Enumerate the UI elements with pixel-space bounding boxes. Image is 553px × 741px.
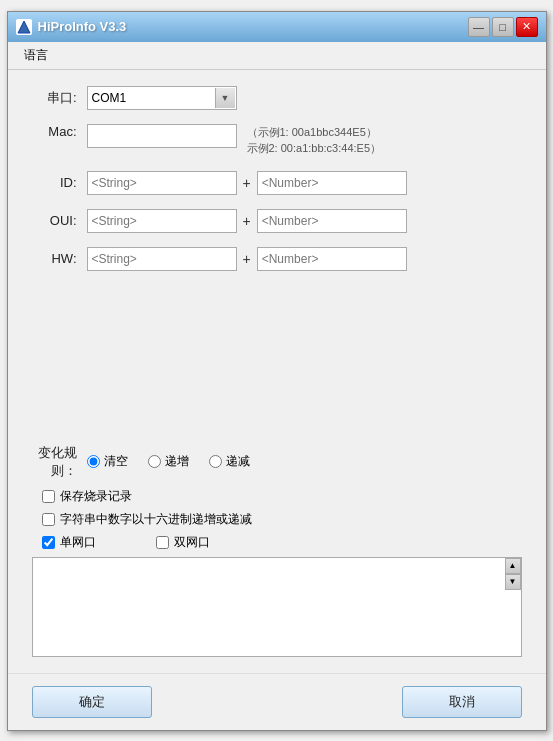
id-number-input[interactable] bbox=[257, 171, 407, 195]
log-area: ▲ ▼ bbox=[32, 557, 522, 657]
radio-clear-input[interactable] bbox=[87, 455, 100, 468]
mac-row: Mac: （示例1: 00a1bbc344E5） 示例2: 00:a1:bb:c… bbox=[32, 124, 522, 157]
radio-increment-input[interactable] bbox=[148, 455, 161, 468]
port-row: 串口: COM1 COM2 COM3 COM4 ▼ bbox=[32, 86, 522, 110]
radio-increment[interactable]: 递增 bbox=[148, 453, 189, 470]
id-plus-sign: + bbox=[243, 175, 251, 191]
main-content: 串口: COM1 COM2 COM3 COM4 ▼ Mac: （示例1: 00a… bbox=[8, 70, 546, 673]
menu-language[interactable]: 语言 bbox=[16, 45, 56, 66]
maximize-button[interactable]: □ bbox=[492, 17, 514, 37]
id-label: ID: bbox=[32, 175, 87, 190]
id-row: ID: + bbox=[32, 171, 522, 195]
save-record-label: 保存烧录记录 bbox=[60, 488, 132, 505]
radio-decrement-label: 递减 bbox=[226, 453, 250, 470]
window-title: HiProInfo V3.3 bbox=[38, 19, 468, 34]
radio-increment-label: 递增 bbox=[165, 453, 189, 470]
rules-section: 变化规则： 清空 递增 递减 bbox=[32, 444, 522, 657]
scroll-up-button[interactable]: ▲ bbox=[505, 558, 521, 574]
mac-input[interactable] bbox=[87, 124, 237, 148]
titlebar: HiProInfo V3.3 — □ ✕ bbox=[8, 12, 546, 42]
single-port-checkbox-label[interactable]: 单网口 bbox=[42, 534, 96, 551]
save-record-checkbox[interactable] bbox=[42, 490, 55, 503]
dual-port-checkbox-label[interactable]: 双网口 bbox=[156, 534, 210, 551]
oui-string-input[interactable] bbox=[87, 209, 237, 233]
minimize-button[interactable]: — bbox=[468, 17, 490, 37]
titlebar-buttons: — □ ✕ bbox=[468, 17, 538, 37]
hex-increment-checkbox[interactable] bbox=[42, 513, 55, 526]
single-port-checkbox[interactable] bbox=[42, 536, 55, 549]
hw-number-input[interactable] bbox=[257, 247, 407, 271]
radio-clear[interactable]: 清空 bbox=[87, 453, 128, 470]
close-button[interactable]: ✕ bbox=[516, 17, 538, 37]
scrollbar: ▲ ▼ bbox=[505, 558, 521, 656]
cancel-button[interactable]: 取消 bbox=[402, 686, 522, 718]
rules-label: 变化规则： bbox=[32, 444, 87, 480]
hw-label: HW: bbox=[32, 251, 87, 266]
port-label: 串口: bbox=[32, 89, 87, 107]
save-record-row: 保存烧录记录 bbox=[32, 488, 522, 505]
app-icon bbox=[16, 19, 32, 35]
hw-string-input[interactable] bbox=[87, 247, 237, 271]
hex-increment-checkbox-label[interactable]: 字符串中数字以十六进制递增或递减 bbox=[42, 511, 252, 528]
dual-port-checkbox[interactable] bbox=[156, 536, 169, 549]
radio-clear-label: 清空 bbox=[104, 453, 128, 470]
oui-row: OUI: + bbox=[32, 209, 522, 233]
svg-marker-0 bbox=[18, 21, 30, 33]
port-select[interactable]: COM1 COM2 COM3 COM4 bbox=[87, 86, 237, 110]
radio-decrement-input[interactable] bbox=[209, 455, 222, 468]
radio-decrement[interactable]: 递减 bbox=[209, 453, 250, 470]
save-record-checkbox-label[interactable]: 保存烧录记录 bbox=[42, 488, 132, 505]
mac-label: Mac: bbox=[32, 124, 87, 139]
confirm-button[interactable]: 确定 bbox=[32, 686, 152, 718]
rules-row: 变化规则： 清空 递增 递减 bbox=[32, 444, 522, 480]
id-string-input[interactable] bbox=[87, 171, 237, 195]
hex-increment-label: 字符串中数字以十六进制递增或递减 bbox=[60, 511, 252, 528]
hw-plus-sign: + bbox=[243, 251, 251, 267]
menu-bar: 语言 bbox=[8, 42, 546, 70]
port-type-row: 单网口 双网口 bbox=[32, 534, 522, 551]
oui-label: OUI: bbox=[32, 213, 87, 228]
mac-hint: （示例1: 00a1bbc344E5） 示例2: 00:a1:bb:c3:44:… bbox=[247, 124, 382, 157]
oui-number-input[interactable] bbox=[257, 209, 407, 233]
footer: 确定 取消 bbox=[8, 673, 546, 730]
oui-plus-sign: + bbox=[243, 213, 251, 229]
port-select-wrapper: COM1 COM2 COM3 COM4 ▼ bbox=[87, 86, 237, 110]
dual-port-label: 双网口 bbox=[174, 534, 210, 551]
mac-hint-line2: 示例2: 00:a1:bb:c3:44:E5） bbox=[247, 140, 382, 157]
hw-row: HW: + bbox=[32, 247, 522, 271]
mac-hint-line1: （示例1: 00a1bbc344E5） bbox=[247, 124, 382, 141]
scroll-down-button[interactable]: ▼ bbox=[505, 574, 521, 590]
radio-group: 清空 递增 递减 bbox=[87, 453, 250, 470]
single-port-label: 单网口 bbox=[60, 534, 96, 551]
main-window: HiProInfo V3.3 — □ ✕ 语言 串口: COM1 COM2 CO… bbox=[7, 11, 547, 731]
hex-increment-row: 字符串中数字以十六进制递增或递减 bbox=[32, 511, 522, 528]
